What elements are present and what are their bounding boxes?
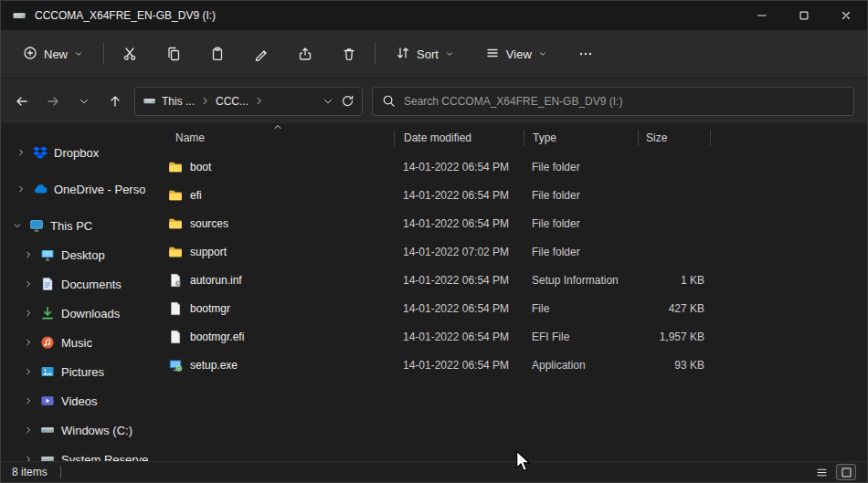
toolbar-separator	[375, 43, 376, 65]
paste-button[interactable]	[203, 39, 232, 68]
large-icons-view-button[interactable]	[836, 464, 856, 480]
breadcrumb-segment-drive[interactable]: CCC...	[213, 93, 251, 110]
file-name: support	[190, 246, 227, 258]
sidebar-item-label: Windows (C:)	[61, 424, 132, 437]
column-header-size[interactable]: Size	[638, 130, 711, 146]
delete-button[interactable]	[334, 39, 364, 68]
minimize-button[interactable]	[741, 1, 783, 30]
file-row-support[interactable]: support 14-01-2022 07:02 PM File folder	[152, 237, 867, 266]
chevron-right-icon[interactable]	[23, 425, 34, 435]
sidebar-item-music[interactable]: Music	[1, 328, 152, 357]
file-date: 14-01-2022 06:54 PM	[394, 189, 524, 202]
more-options-button[interactable]	[571, 39, 600, 68]
window-controls	[741, 1, 867, 30]
file-row-bootmgr-efi[interactable]: bootmgr.efi 14-01-2022 06:54 PM EFI File…	[152, 322, 867, 351]
recent-locations-button[interactable]	[69, 87, 100, 116]
sidebar-item-windows-c[interactable]: Windows (C:)	[1, 415, 152, 445]
file-row-autorun-inf[interactable]: autorun.inf 14-01-2022 06:54 PM Setup In…	[152, 266, 867, 294]
command-bar: New Sort	[1, 30, 867, 79]
chevron-right-icon[interactable]	[16, 148, 26, 157]
chevron-right-icon[interactable]	[23, 279, 34, 289]
chevron-right-icon[interactable]	[23, 455, 34, 461]
file-name: sources	[190, 217, 228, 230]
sidebar-item-videos[interactable]: Videos	[1, 386, 152, 415]
up-icon	[108, 94, 122, 109]
folder-icon	[168, 188, 183, 203]
drive-icon	[40, 423, 55, 437]
column-header-date-modified[interactable]: Date modified	[394, 130, 524, 146]
sidebar-item-system-reserved[interactable]: System Reserve	[1, 445, 152, 461]
file-date: 14-01-2022 06:54 PM	[394, 359, 524, 372]
file-size: 1 KB	[638, 274, 711, 287]
search-icon	[382, 94, 396, 108]
address-dropdown-icon[interactable]	[323, 96, 333, 107]
file-name: efi	[190, 189, 202, 202]
chevron-right-icon[interactable]	[23, 367, 34, 376]
chevron-right-icon[interactable]	[16, 184, 26, 194]
file-size: 93 KB	[638, 359, 711, 372]
sidebar-item-dropbox[interactable]: Dropbox	[1, 138, 152, 167]
breadcrumb-segment-this-pc[interactable]: This ...	[159, 93, 197, 110]
file-explorer-window: CCCOMA_X64FRE_EN-GB_DV9 (I:) New	[0, 0, 868, 483]
sort-button[interactable]: Sort	[386, 40, 463, 68]
chevron-right-icon[interactable]	[23, 250, 34, 259]
file-size: 427 KB	[638, 302, 711, 315]
file-row-setup-exe[interactable]: setup.exe 14-01-2022 06:54 PM Applicatio…	[152, 351, 867, 379]
back-icon	[15, 94, 29, 109]
file-date: 14-01-2022 07:02 PM	[394, 246, 524, 258]
view-toggles	[811, 464, 856, 480]
location-drive-icon	[143, 94, 156, 108]
file-date: 14-01-2022 06:54 PM	[394, 331, 524, 343]
file-row-sources[interactable]: sources 14-01-2022 06:54 PM File folder	[152, 209, 867, 237]
address-bar[interactable]: This ... CCC...	[134, 87, 363, 116]
file-row-boot[interactable]: boot 14-01-2022 06:54 PM File folder	[152, 152, 867, 181]
chevron-down-icon[interactable]	[12, 221, 23, 230]
chevron-right-icon[interactable]	[23, 309, 34, 318]
sidebar-item-downloads[interactable]: Downloads	[1, 299, 152, 328]
details-view-button[interactable]	[811, 464, 831, 480]
paste-icon	[210, 47, 225, 61]
sidebar-item-this-pc[interactable]: This PC	[1, 211, 152, 240]
this-pc-icon	[29, 218, 44, 233]
copy-icon	[166, 47, 181, 61]
sidebar-item-desktop[interactable]: Desktop	[1, 240, 152, 269]
file-row-bootmgr[interactable]: bootmgr 14-01-2022 06:54 PM File 427 KB	[152, 294, 867, 322]
search-input[interactable]	[404, 95, 844, 108]
file-list-pane: Name Date modified Type Size boot	[152, 123, 867, 461]
maximize-button[interactable]	[783, 1, 825, 30]
application-icon	[168, 358, 183, 373]
rename-icon	[254, 47, 269, 61]
share-button[interactable]	[291, 39, 320, 68]
search-box[interactable]	[372, 87, 854, 116]
copy-button[interactable]	[159, 39, 188, 68]
column-header-type[interactable]: Type	[524, 130, 638, 146]
sidebar-item-documents[interactable]: Documents	[1, 269, 152, 299]
file-name: setup.exe	[190, 359, 238, 372]
onedrive-icon	[33, 182, 48, 196]
new-button[interactable]: New	[14, 40, 92, 68]
column-header-name[interactable]: Name	[152, 130, 394, 146]
back-button[interactable]	[6, 87, 37, 116]
window-title: CCCOMA_X64FRE_EN-GB_DV9 (I:)	[35, 9, 216, 22]
sidebar-item-onedrive[interactable]: OneDrive - Perso	[1, 174, 152, 204]
breadcrumb-separator-icon[interactable]	[200, 96, 210, 106]
file-icon	[168, 301, 183, 316]
up-button[interactable]	[100, 87, 131, 116]
view-button[interactable]: View	[476, 40, 556, 68]
new-icon	[23, 46, 37, 63]
file-type: EFI File	[524, 331, 638, 343]
file-size: 1,957 KB	[638, 331, 711, 343]
rename-button[interactable]	[247, 39, 276, 68]
chevron-right-icon[interactable]	[23, 338, 34, 347]
toolbar-separator	[103, 43, 104, 65]
sidebar-item-pictures[interactable]: Pictures	[1, 357, 152, 386]
sidebar-item-label: OneDrive - Perso	[54, 183, 145, 196]
file-row-efi[interactable]: efi 14-01-2022 06:54 PM File folder	[152, 181, 867, 209]
refresh-icon[interactable]	[341, 94, 355, 108]
breadcrumb-separator-icon[interactable]	[254, 96, 264, 106]
forward-button[interactable]	[37, 87, 69, 116]
chevron-right-icon[interactable]	[23, 396, 34, 405]
cut-button[interactable]	[115, 39, 144, 68]
file-rows: boot 14-01-2022 06:54 PM File folder efi…	[152, 152, 867, 461]
close-button[interactable]	[825, 1, 867, 30]
